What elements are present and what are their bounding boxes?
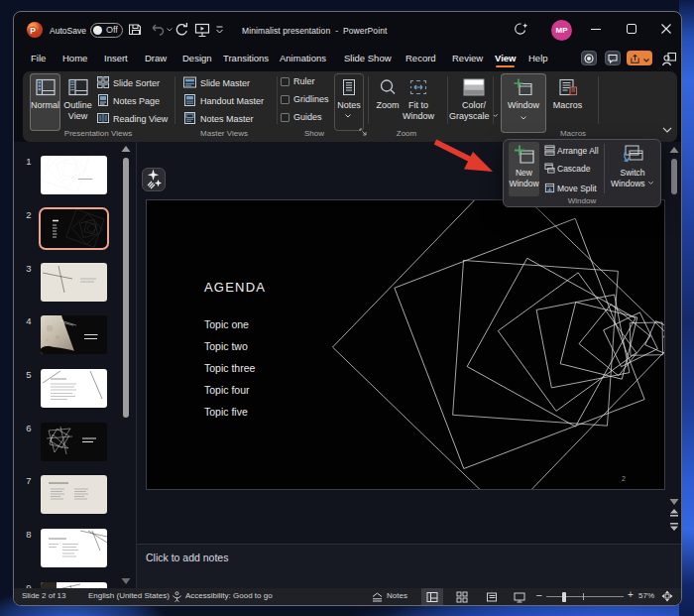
svg-text:P: P: [30, 26, 36, 36]
